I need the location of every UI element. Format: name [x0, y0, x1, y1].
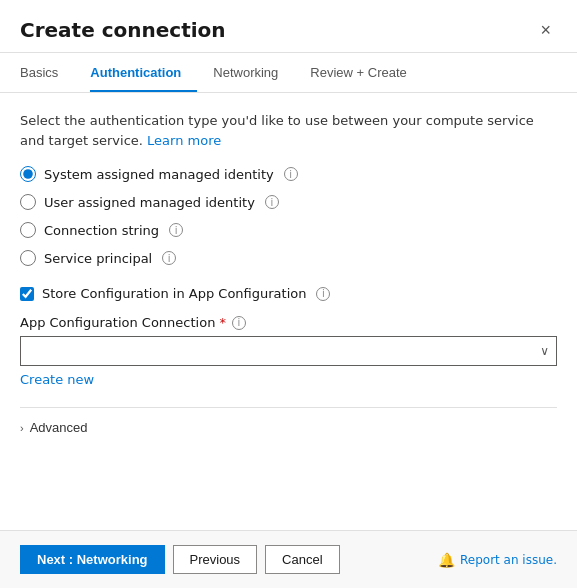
learn-more-link[interactable]: Learn more [147, 133, 221, 148]
chevron-right-icon: › [20, 422, 24, 434]
dialog-header: Create connection × [0, 0, 577, 53]
radio-connstr[interactable] [20, 222, 36, 238]
radio-item-sami[interactable]: System assigned managed identity i [20, 166, 557, 182]
radio-sami-label: System assigned managed identity [44, 167, 274, 182]
app-config-dropdown[interactable] [20, 336, 557, 366]
info-sp-icon[interactable]: i [162, 251, 176, 265]
create-connection-dialog: Create connection × Basics Authenticatio… [0, 0, 577, 588]
info-store-config-icon[interactable]: i [316, 287, 330, 301]
next-button[interactable]: Next : Networking [20, 545, 165, 574]
tab-authentication[interactable]: Authentication [90, 53, 197, 92]
tab-review-create[interactable]: Review + Create [310, 53, 422, 92]
dialog-footer: Next : Networking Previous Cancel 🔔 Repo… [0, 530, 577, 588]
advanced-label: Advanced [30, 420, 88, 435]
cancel-button[interactable]: Cancel [265, 545, 339, 574]
tab-content: Select the authentication type you'd lik… [0, 93, 577, 530]
radio-sp[interactable] [20, 250, 36, 266]
app-config-dropdown-wrapper: ∨ [20, 336, 557, 366]
description: Select the authentication type you'd lik… [20, 111, 557, 150]
field-label-app-config: App Configuration Connection * i [20, 315, 557, 330]
store-config-checkbox-row: Store Configuration in App Configuration… [20, 286, 557, 301]
report-issue-link[interactable]: 🔔 Report an issue. [438, 552, 557, 568]
tab-bar: Basics Authentication Networking Review … [0, 53, 577, 93]
tab-basics[interactable]: Basics [20, 53, 74, 92]
info-connstr-icon[interactable]: i [169, 223, 183, 237]
info-sami-icon[interactable]: i [284, 167, 298, 181]
dialog-title: Create connection [20, 18, 226, 42]
report-icon: 🔔 [438, 552, 455, 568]
radio-item-connstr[interactable]: Connection string i [20, 222, 557, 238]
radio-sami[interactable] [20, 166, 36, 182]
store-config-checkbox[interactable] [20, 287, 34, 301]
close-button[interactable]: × [534, 19, 557, 41]
radio-uami[interactable] [20, 194, 36, 210]
report-label: Report an issue. [460, 553, 557, 567]
create-new-link[interactable]: Create new [20, 372, 94, 387]
app-config-field: App Configuration Connection * i ∨ Creat… [20, 315, 557, 387]
auth-type-radio-group: System assigned managed identity i User … [20, 166, 557, 266]
info-app-config-icon[interactable]: i [232, 316, 246, 330]
radio-item-sp[interactable]: Service principal i [20, 250, 557, 266]
radio-uami-label: User assigned managed identity [44, 195, 255, 210]
previous-button[interactable]: Previous [173, 545, 258, 574]
radio-sp-label: Service principal [44, 251, 152, 266]
info-uami-icon[interactable]: i [265, 195, 279, 209]
advanced-section: › Advanced [20, 407, 557, 435]
tab-networking[interactable]: Networking [213, 53, 294, 92]
required-indicator: * [219, 315, 226, 330]
radio-connstr-label: Connection string [44, 223, 159, 238]
radio-item-uami[interactable]: User assigned managed identity i [20, 194, 557, 210]
store-config-label[interactable]: Store Configuration in App Configuration [42, 286, 306, 301]
advanced-toggle-button[interactable]: › Advanced [20, 420, 88, 435]
